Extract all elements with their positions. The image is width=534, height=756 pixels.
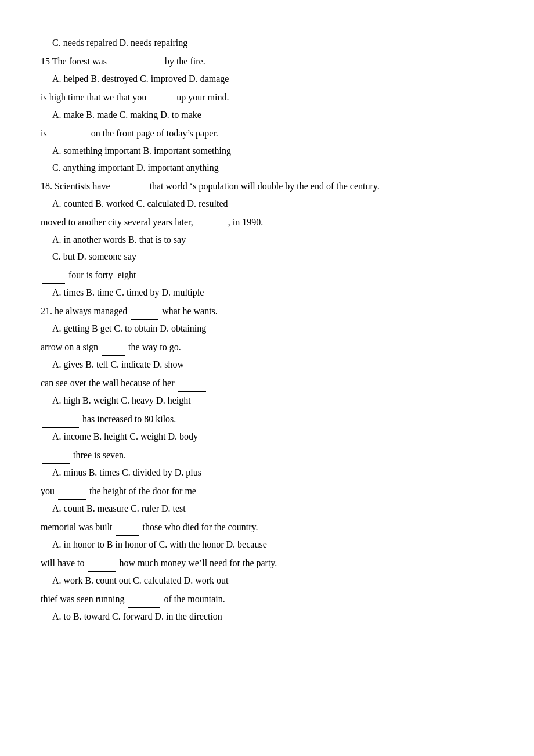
options-line: A. gives B. tell C. indicate D. show [41,357,493,373]
options-line: A. getting B get C. to obtain D. obtaini… [41,321,493,337]
question-text: can see over the wall because of her [41,375,493,392]
options-line: A. in another words B. that is to say [41,232,493,248]
question-text: is high time that we that you up your mi… [41,89,493,106]
question-text: arrow on a sign the way to go. [41,339,493,356]
options-line: C. anything important D. important anyth… [41,160,493,176]
options-line: C. needs repaired D. needs repairing [41,35,493,51]
question-text: thief was seen running of the mountain. [41,591,493,608]
options-line: A. make B. made C. making D. to make [41,107,493,123]
options-line: A. count B. measure C. ruler D. test [41,501,493,517]
question-text: has increased to 80 kilos. [41,411,493,428]
options-line: A. work B. count out C. calculated D. wo… [41,573,493,589]
options-line: A. helped B. destroyed C. improved D. da… [41,71,493,87]
options-line: A. something important B. important some… [41,143,493,159]
options-line: A. times B. time C. timed by D. multiple [41,285,493,301]
question-text: 18. Scientists have that world ‘s popula… [41,178,493,195]
options-line: A. income B. height C. weight D. body [41,429,493,445]
options-line: A. to B. toward C. forward D. in the dir… [41,609,493,625]
question-text: three is seven. [41,447,493,464]
question-text: you the height of the door for me [41,483,493,500]
question-text: is on the front page of today’s paper. [41,125,493,142]
question-text: 21. he always managed what he wants. [41,303,493,320]
question-text: will have to how much money we’ll need f… [41,555,493,572]
options-line: A. high B. weight C. heavy D. height [41,393,493,409]
main-content: C. needs repaired D. needs repairing15 T… [41,35,493,625]
question-text: memorial was built those who died for th… [41,519,493,536]
options-line: A. minus B. times C. divided by D. plus [41,465,493,481]
question-text: moved to another city several years late… [41,214,493,231]
question-text: 15 The forest was by the fire. [41,53,493,70]
options-line: A. counted B. worked C. calculated D. re… [41,196,493,212]
options-line: C. but D. someone say [41,249,493,265]
options-line: A. in honor to B in honor of C. with the… [41,537,493,553]
question-text: four is forty–eight [41,267,493,284]
